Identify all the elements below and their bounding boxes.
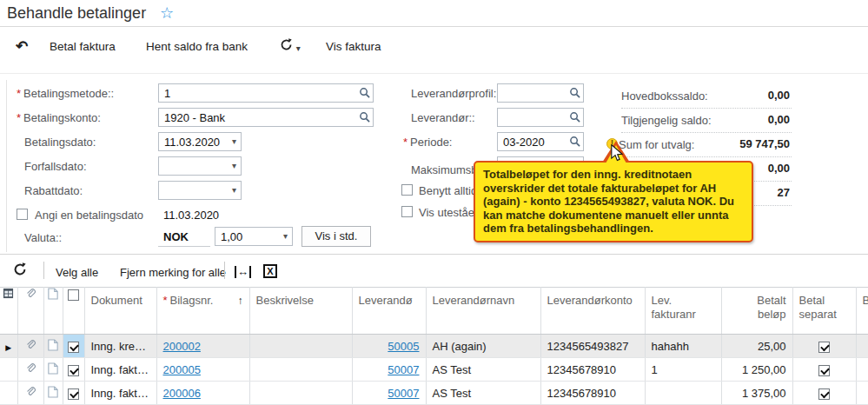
betalingskonto-input[interactable]: 1920 - Bank: [158, 108, 374, 127]
chevron-down-icon[interactable]: ▾: [232, 136, 236, 146]
leverandorprofil-input[interactable]: [497, 83, 584, 103]
chevron-down-icon[interactable]: ▾: [232, 185, 236, 195]
header-bilagsnr[interactable]: *Bilagsnr.↑: [156, 288, 249, 335]
header-betalt-belop[interactable]: Betalt beløp: [721, 288, 792, 335]
periode-input[interactable]: 03-2020: [497, 132, 584, 151]
angi-betalingsdato-checkbox[interactable]: [17, 209, 28, 220]
header-lev-fakturanr[interactable]: Lev. fakturanr: [645, 288, 721, 335]
betal-separat-checkbox[interactable]: [818, 365, 830, 376]
grid-settings-header[interactable]: [0, 288, 17, 335]
cell-betalt-belop: 1 250,00: [721, 358, 792, 382]
cell-betal-separat[interactable]: [792, 335, 856, 358]
row-checkbox[interactable]: [68, 388, 79, 400]
refresh-button[interactable]: ▾: [280, 38, 301, 54]
header-betal-separat[interactable]: Betal separat: [792, 288, 856, 335]
valuta-code[interactable]: NOK: [163, 230, 189, 243]
excel-icon: X: [263, 264, 277, 278]
leverandor-input[interactable]: [497, 108, 584, 127]
chevron-down-icon[interactable]: ▾: [283, 231, 288, 241]
valuta-rate-input[interactable]: 1,00▾: [215, 227, 293, 246]
cell-cutoff: [856, 335, 868, 358]
lookup-magnifier-icon[interactable]: [359, 87, 370, 101]
row-select-cell[interactable]: [63, 382, 84, 405]
forfallsdato-input[interactable]: ▾: [158, 156, 242, 176]
cell-leverandor: 50007: [352, 358, 426, 382]
angi-betalingsdato-value: 11.03.2020: [163, 209, 219, 222]
row-select-cell[interactable]: [63, 358, 84, 382]
table-row[interactable]: ▶ Inng. kre… 200002 50005 AH (again) 123…: [0, 335, 868, 358]
hovedbokssaldo-row: Hovedbokssaldo: 0,00: [621, 85, 792, 109]
table-row[interactable]: Inng. fakt… 200005 50007 AS Test 1234567…: [0, 358, 868, 382]
periode-label: *Periode:: [403, 136, 452, 149]
bilagsnr-link[interactable]: 200006: [163, 387, 201, 400]
cell-bilagsnr: 200005: [156, 358, 249, 382]
lookup-magnifier-icon[interactable]: [569, 136, 580, 149]
cell-dokument: Inng. fakt…: [84, 382, 156, 405]
table-row[interactable]: Inng. fakt… 200006 50007 AS Test 1234567…: [0, 382, 868, 405]
header-leverandor[interactable]: Leverandø: [352, 288, 426, 335]
tilgjengelig-saldo-label: Tilgjengelig saldo:: [621, 114, 712, 127]
paperclip-icon: [25, 362, 36, 375]
lookup-magnifier-icon[interactable]: [569, 111, 580, 125]
note-cell[interactable]: [43, 358, 63, 382]
export-excel-button[interactable]: X: [263, 264, 277, 278]
vis-utestaende-checkbox[interactable]: [401, 206, 413, 217]
cell-betal-separat[interactable]: [792, 358, 856, 382]
leverandor-link[interactable]: 50007: [388, 363, 419, 376]
header-cutoff[interactable]: B: [856, 288, 868, 335]
betalingsdato-input[interactable]: 11.03.2020▾: [158, 132, 242, 151]
undo-icon[interactable]: ↶: [16, 37, 28, 56]
header-dokument[interactable]: Dokument: [84, 288, 156, 335]
note-cell[interactable]: [43, 382, 63, 405]
cell-leverandor: 50005: [352, 335, 426, 358]
betalingsdato-label: Betalingsdato:: [24, 136, 96, 149]
row-checkbox[interactable]: [68, 342, 79, 353]
attachment-cell[interactable]: [17, 335, 43, 358]
header-leverandorkonto[interactable]: Leverandørkonto: [540, 288, 645, 335]
note-icon: [48, 362, 58, 375]
fit-columns-button[interactable]: ↔: [235, 265, 251, 278]
betalingsmetode-input[interactable]: 1: [158, 83, 374, 103]
benytt-alltid-checkbox[interactable]: [401, 184, 413, 196]
fjern-merking-button[interactable]: Fjern merking for alle: [120, 266, 226, 279]
select-all-checkbox[interactable]: [68, 289, 79, 301]
vis-i-std-button[interactable]: Vis i std.: [301, 226, 371, 247]
saldo-row-4-value: 0,00: [768, 162, 790, 175]
note-icon: [48, 339, 58, 351]
cell-betal-separat[interactable]: [792, 382, 856, 405]
page-title: Behandle betalinger: [7, 4, 146, 23]
attachment-cell[interactable]: [17, 382, 43, 405]
lookup-magnifier-icon[interactable]: [569, 87, 580, 101]
cell-beskrivelse: [249, 358, 352, 382]
valuta-underline: [158, 246, 210, 247]
hent-saldo-button[interactable]: Hent saldo fra bank: [146, 40, 248, 53]
notes-column-header: [43, 288, 63, 335]
leverandor-link[interactable]: 50005: [388, 340, 419, 353]
row-checkbox[interactable]: [68, 365, 79, 376]
rabattdato-input[interactable]: ▾: [158, 181, 242, 200]
velg-alle-button[interactable]: Velg alle: [56, 266, 98, 279]
cell-leverandor: 50007: [352, 382, 426, 405]
refresh-dropdown-caret[interactable]: ▾: [296, 43, 301, 53]
bilagsnr-link[interactable]: 200002: [163, 340, 201, 353]
favorite-star-icon[interactable]: ☆: [160, 3, 174, 23]
header-beskrivelse[interactable]: Beskrivelse: [249, 288, 352, 335]
cell-leverandorkonto: 12345678910: [540, 382, 645, 405]
select-all-header-checkbox-cell[interactable]: [63, 288, 84, 335]
leverandor-link[interactable]: 50007: [388, 387, 419, 400]
toolbar-divider: [224, 262, 225, 279]
bilagsnr-link[interactable]: 200005: [163, 363, 201, 376]
note-cell[interactable]: [43, 335, 63, 358]
betalingskonto-label: *Betalingskonto:: [17, 111, 101, 124]
header-leverandornavn[interactable]: Leverandørnavn: [426, 288, 540, 335]
betal-separat-checkbox[interactable]: [818, 342, 830, 353]
row-select-cell[interactable]: [63, 335, 84, 358]
cell-betalt-belop: 1 375,00: [721, 382, 792, 405]
attachment-cell[interactable]: [17, 358, 43, 382]
betal-faktura-button[interactable]: Betal faktura: [50, 40, 116, 53]
lookup-magnifier-icon[interactable]: [359, 111, 370, 125]
chevron-down-icon[interactable]: ▾: [232, 161, 236, 170]
betal-separat-checkbox[interactable]: [818, 388, 830, 400]
vis-faktura-button[interactable]: Vis faktura: [326, 40, 381, 53]
grid-refresh-button[interactable]: [13, 262, 27, 279]
